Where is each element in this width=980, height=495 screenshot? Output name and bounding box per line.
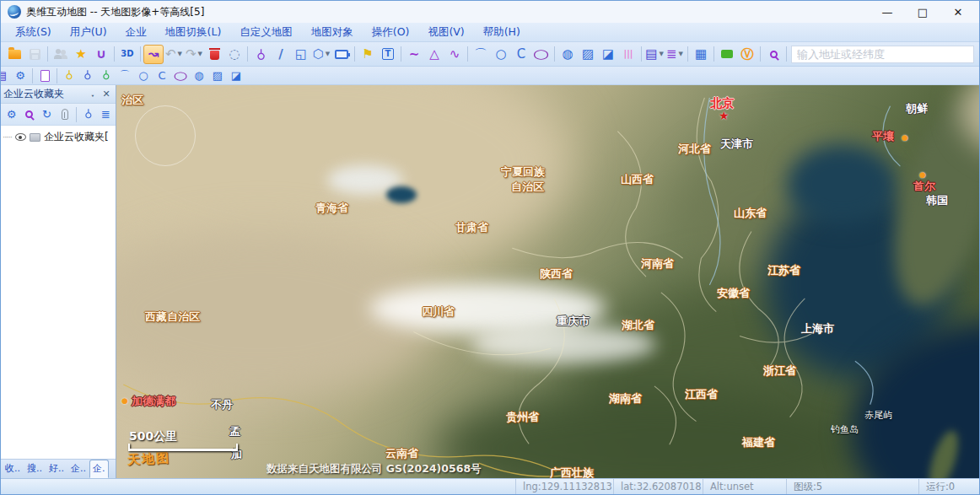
label-anhui: 安徽省 <box>717 287 750 300</box>
sidebar-tab-0[interactable]: 收.. <box>2 460 24 478</box>
dropdown-arrow-icon[interactable]: ▼ <box>679 51 683 57</box>
circle-button[interactable]: ○ <box>491 45 511 64</box>
sidebar-tab-1[interactable]: 搜.. <box>24 460 46 478</box>
panel-view-button[interactable]: ▤▼ <box>644 45 665 64</box>
curve-icon: ∿ <box>450 48 460 61</box>
message-button[interactable] <box>717 45 737 64</box>
mark-point-icon: ⚲ <box>256 48 266 61</box>
save-button[interactable] <box>24 45 45 64</box>
label-guizhou: 贵州省 <box>506 411 539 424</box>
label-bhutan: 不丹 <box>211 398 233 412</box>
fill-polygon-2-button[interactable]: ◪ <box>227 67 245 84</box>
data-table-button[interactable]: ▦ <box>691 45 711 64</box>
fill-polygon-button[interactable]: ◪ <box>598 45 618 64</box>
fill-rect-button[interactable]: ▨ <box>578 45 598 64</box>
menu-item-3[interactable]: 地图切换(L) <box>156 23 231 42</box>
sidebar-list-button[interactable]: ≣ <box>97 105 115 123</box>
view-3d-icon: 3D <box>121 50 133 58</box>
label-shanxi: 山西省 <box>621 173 654 186</box>
map-viewport[interactable]: 治区青海省北京★朝鲜平壤●河北省天津市首尔●韩国宁夏回族自治区山西省山东省甘肃省… <box>116 85 979 478</box>
undo-button[interactable]: ↶▼ <box>164 45 184 64</box>
circle-2-button[interactable]: ○ <box>134 67 153 84</box>
ellipse-button[interactable]: ○ <box>531 45 552 64</box>
region-select-button[interactable]: ◌ <box>224 45 245 64</box>
contacts-button[interactable] <box>51 45 71 64</box>
arc-button[interactable]: ⌒ <box>471 45 491 64</box>
polygon-button[interactable]: △ <box>424 45 444 64</box>
sidebar-settings-button[interactable]: ⚙ <box>3 105 20 123</box>
open-file-icon <box>8 50 21 59</box>
arc-2-button[interactable]: ⌒ <box>116 67 134 84</box>
mark-point-button[interactable]: ⚲ <box>250 45 271 64</box>
scale-bar <box>128 444 238 451</box>
sidebar-tab-2[interactable]: 好.. <box>46 460 67 478</box>
corridor-button[interactable]: ||| <box>618 45 638 64</box>
shape-hexagon-button[interactable]: ⬡▼ <box>311 45 331 64</box>
menu-item-8[interactable]: 帮助(H) <box>474 23 530 42</box>
new-doc-icon <box>40 70 50 82</box>
province-borders <box>116 85 979 478</box>
sidebar-pin-button[interactable]: ⚲ <box>79 105 97 123</box>
search-button[interactable] <box>763 45 783 64</box>
maximize-button[interactable]: □ <box>905 2 940 22</box>
track-button[interactable]: ∪ <box>91 45 111 64</box>
dropdown-arrow-icon[interactable]: ▼ <box>659 51 663 57</box>
label-jiangxi: 江西省 <box>685 388 718 401</box>
sidebar-settings-icon: ⚙ <box>7 109 17 120</box>
minimize-button[interactable]: — <box>870 2 905 22</box>
pin-blue-button[interactable]: ⚲ <box>78 67 97 84</box>
panel-partial-button[interactable]: ▤ <box>1 67 11 84</box>
menu-item-2[interactable]: 企业 <box>116 23 156 42</box>
menu-item-4[interactable]: 自定义地图 <box>230 23 302 42</box>
route-plan-button[interactable]: ↝ <box>143 45 164 64</box>
measure-area-button[interactable]: ◱ <box>291 45 311 64</box>
sidebar-tab-4[interactable]: 企. <box>89 460 109 478</box>
camera-button[interactable] <box>331 45 352 64</box>
close-button[interactable]: ✕ <box>940 2 976 22</box>
label-kathmandu: 加德满都 <box>132 395 175 408</box>
menu-item-1[interactable]: 用户(U) <box>61 23 116 42</box>
polyline-button[interactable]: ∼ <box>404 45 424 64</box>
open-curve-2-button[interactable]: C <box>153 67 171 84</box>
fill-circle-button[interactable]: ◍ <box>557 45 578 64</box>
sidebar-refresh-button[interactable]: ↻ <box>38 105 56 123</box>
sidebar-header: 企业云收藏夹 𝅏 ✕ <box>1 85 116 104</box>
pushpin-button[interactable]: ⚑ <box>358 45 378 64</box>
pin-yellow-button[interactable]: ⚲ <box>60 67 78 84</box>
open-curve-button[interactable]: C <box>511 45 531 64</box>
fill-rect-2-button[interactable]: ▨ <box>208 67 227 84</box>
label-zhejiang: 浙江省 <box>763 364 796 378</box>
label-chongqing: 重庆市 <box>557 315 590 328</box>
favorites-button[interactable]: ★ <box>71 45 91 64</box>
text-label-button[interactable]: T <box>378 45 398 64</box>
open-file-button[interactable] <box>4 45 24 64</box>
dropdown-arrow-icon[interactable]: ▼ <box>326 51 330 57</box>
new-doc-button[interactable] <box>35 67 54 84</box>
tree-item-enterprise-folder[interactable]: ····· 企业云收藏夹[ <box>3 130 114 144</box>
dropdown-arrow-icon[interactable]: ▼ <box>178 51 182 57</box>
menu-item-5[interactable]: 地图对象 <box>302 23 363 42</box>
sidebar-attach-button[interactable] <box>56 105 73 123</box>
curve-button[interactable]: ∿ <box>444 45 465 64</box>
dropdown-arrow-icon[interactable]: ▼ <box>198 51 202 57</box>
sidebar-search-button[interactable] <box>20 105 38 123</box>
sidebar-close-icon[interactable]: ✕ <box>100 88 113 101</box>
object-list-button[interactable]: ≣▼ <box>665 45 685 64</box>
menu-item-6[interactable]: 操作(O) <box>363 23 419 42</box>
redo-button[interactable]: ↷▼ <box>184 45 204 64</box>
vip-button[interactable]: Ⓥ <box>737 45 757 64</box>
settings-button[interactable]: ⚙ <box>11 67 30 84</box>
sidebar-pin-toggle-icon[interactable]: 𝅏 <box>86 88 100 101</box>
visibility-eye-icon[interactable] <box>15 133 26 141</box>
pin-green-button[interactable]: ⚲ <box>97 67 116 84</box>
menu-bar: 系统(S)用户(U)企业地图切换(L)自定义地图地图对象操作(O)视图(V)帮助… <box>1 23 979 42</box>
view-3d-button[interactable]: 3D <box>117 45 137 64</box>
ellipse-2-button[interactable]: ○ <box>171 67 190 84</box>
measure-ruler-button[interactable]: ∕ <box>271 45 291 64</box>
address-search-input[interactable] <box>791 46 974 63</box>
menu-item-7[interactable]: 视图(V) <box>418 23 473 42</box>
sidebar-tab-3[interactable]: 企.. <box>67 460 89 478</box>
delete-button[interactable] <box>204 45 224 64</box>
menu-item-0[interactable]: 系统(S) <box>6 23 61 42</box>
fill-circle-2-button[interactable]: ◍ <box>190 67 208 84</box>
